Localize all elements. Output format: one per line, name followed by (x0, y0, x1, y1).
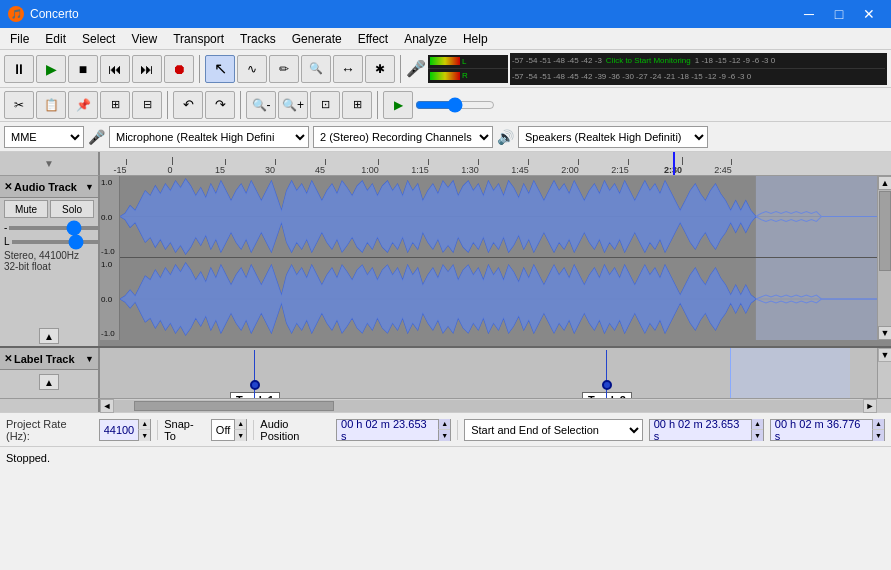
audio-track-menu-icon[interactable]: ▼ (85, 182, 94, 192)
rewind-button[interactable]: ⏮ (100, 55, 130, 83)
minimize-button[interactable]: ─ (795, 2, 823, 26)
mic-device-icon: 🎤 (88, 129, 105, 145)
label-track-container: ✕ Label Track ▼ ▲ Track 1 Track 2 ▼ (0, 346, 891, 398)
close-button[interactable]: ✕ (855, 2, 883, 26)
zoom-fit-button[interactable]: ⊞ (342, 91, 372, 119)
redo-button[interactable]: ↷ (205, 91, 235, 119)
timeshift-tool-button[interactable]: ↔ (333, 55, 363, 83)
menu-analyze[interactable]: Analyze (396, 30, 455, 48)
undo-button[interactable]: ↶ (173, 91, 203, 119)
project-rate-input: 44100 ▲ ▼ (99, 419, 152, 441)
h-scrollbar-container: ◄ ► (0, 398, 891, 412)
zoom-in-button[interactable]: 🔍+ (278, 91, 308, 119)
pause-button[interactable]: ⏸ (4, 55, 34, 83)
menu-generate[interactable]: Generate (284, 30, 350, 48)
label-track-area[interactable]: Track 1 Track 2 (100, 348, 877, 398)
mute-button[interactable]: Mute (4, 200, 48, 218)
menu-view[interactable]: View (123, 30, 165, 48)
channels-select[interactable]: 2 (Stereo) Recording Channels (313, 126, 493, 148)
pos-down-button[interactable]: ▼ (438, 429, 450, 441)
y-label2-0-0: 0.0 (101, 295, 118, 304)
cut-button[interactable]: ✂ (4, 91, 34, 119)
multitool-button[interactable]: ✱ (365, 55, 395, 83)
h-scroll-right-button[interactable]: ► (863, 399, 877, 413)
label-expand-button[interactable]: ▲ (39, 374, 59, 390)
select-tool-button[interactable]: ↖ (205, 55, 235, 83)
pos-up-button[interactable]: ▲ (438, 419, 450, 430)
time2-up[interactable]: ▲ (872, 419, 884, 430)
time-input-2[interactable]: 00 h 02 m 36.776 s ▲ ▼ (770, 419, 885, 441)
label-pin-1 (250, 380, 260, 390)
scroll-up-button[interactable]: ▲ (878, 176, 891, 190)
paste-button[interactable]: 📌 (68, 91, 98, 119)
menu-select[interactable]: Select (74, 30, 123, 48)
menu-transport[interactable]: Transport (165, 30, 232, 48)
waveform-svg-1 (120, 176, 877, 257)
label-marker-2[interactable]: Track 2 (582, 350, 632, 398)
audio-pos-value: 00 h 02 m 23.653 s (337, 418, 438, 442)
label-track-close[interactable]: ✕ (4, 353, 12, 364)
envelope-tool-button[interactable]: ∿ (237, 55, 267, 83)
playhead (673, 152, 675, 175)
play-button[interactable]: ▶ (36, 55, 66, 83)
menu-tracks[interactable]: Tracks (232, 30, 284, 48)
mic-icon[interactable]: 🎤 (406, 59, 426, 78)
gain-min-label: - (4, 222, 7, 233)
snap-down-button[interactable]: ▼ (234, 429, 246, 441)
menu-file[interactable]: File (2, 30, 37, 48)
rate-up-button[interactable]: ▲ (138, 419, 150, 430)
playback-speed-slider[interactable] (415, 97, 495, 113)
zoom-out-button[interactable]: 🔍- (246, 91, 276, 119)
label-selection-overlay (730, 348, 850, 398)
meter-display[interactable]: -57 -54 -51 -48 -45 -42 -3 Click to Star… (510, 53, 887, 85)
menu-help[interactable]: Help (455, 30, 496, 48)
label-track-name: Label Track (14, 353, 75, 365)
time1-down[interactable]: ▼ (751, 429, 763, 441)
label-scrollbar: ▼ (877, 348, 891, 398)
timeline-container: ▼ -15 0 15 30 45 1:00 1:15 1:30 1:45 2:0… (0, 152, 891, 176)
forward-button[interactable]: ⏭ (132, 55, 162, 83)
draw-tool-button[interactable]: ✏ (269, 55, 299, 83)
scroll-thumb[interactable] (879, 191, 891, 271)
menu-effect[interactable]: Effect (350, 30, 396, 48)
bottom-controls: Project Rate (Hz): 44100 ▲ ▼ Snap-To Off… (0, 412, 891, 446)
scroll-down-button[interactable]: ▼ (878, 326, 891, 340)
h-scroll-thumb[interactable] (134, 401, 334, 411)
stop-button[interactable]: ■ (68, 55, 98, 83)
rate-down-button[interactable]: ▼ (138, 429, 150, 441)
menu-edit[interactable]: Edit (37, 30, 74, 48)
time2-down[interactable]: ▼ (872, 429, 884, 441)
snap-up-button[interactable]: ▲ (234, 419, 246, 430)
copy-button[interactable]: 📋 (36, 91, 66, 119)
h-scroll-left-button[interactable]: ◄ (100, 399, 114, 413)
trim-button[interactable]: ⊞ (100, 91, 130, 119)
toolbar-separator-2 (400, 55, 401, 83)
device-bar: MME 🎤 Microphone (Realtek High Defini 2 … (0, 122, 891, 152)
audio-track-name: Audio Track (14, 181, 77, 193)
label-track-panel: ✕ Label Track ▼ ▲ (0, 348, 100, 398)
maximize-button[interactable]: □ (825, 2, 853, 26)
waveform-display: 1.0 0.0 -1.0 1.0 0.0 -1.0 (100, 176, 891, 346)
selection-type-select[interactable]: Start and End of Selection (464, 419, 642, 441)
time-input-1[interactable]: 00 h 02 m 23.653 s ▲ ▼ (649, 419, 764, 441)
audio-host-select[interactable]: MME (4, 126, 84, 148)
microphone-select[interactable]: Microphone (Realtek High Defini (109, 126, 309, 148)
audio-track-close[interactable]: ✕ (4, 181, 12, 192)
zoom-selection-button[interactable]: ⊡ (310, 91, 340, 119)
label-track-menu-icon[interactable]: ▼ (85, 354, 94, 364)
label-scroll-down[interactable]: ▼ (878, 348, 891, 362)
timeline-ruler[interactable]: -15 0 15 30 45 1:00 1:15 1:30 1:45 2:00 … (100, 152, 891, 176)
record-button[interactable]: ⏺ (164, 55, 194, 83)
time1-up[interactable]: ▲ (751, 419, 763, 430)
title-bar: 🎵 Concerto ─ □ ✕ (0, 0, 891, 28)
track-expand-button[interactable]: ▲ (39, 328, 59, 344)
speaker-select[interactable]: Speakers (Realtek High Definiti) (518, 126, 708, 148)
y-label-0-0: 0.0 (101, 213, 118, 222)
solo-button[interactable]: Solo (50, 200, 94, 218)
silence-button[interactable]: ⊟ (132, 91, 162, 119)
edit-toolbar: ✂ 📋 📌 ⊞ ⊟ ↶ ↷ 🔍- 🔍+ ⊡ ⊞ ▶ (0, 88, 891, 122)
audio-pos-input[interactable]: 00 h 02 m 23.653 s ▲ ▼ (336, 419, 451, 441)
zoom-tool-button[interactable]: 🔍 (301, 55, 331, 83)
label-marker-1[interactable]: Track 1 (230, 350, 280, 398)
play-at-speed-button[interactable]: ▶ (383, 91, 413, 119)
